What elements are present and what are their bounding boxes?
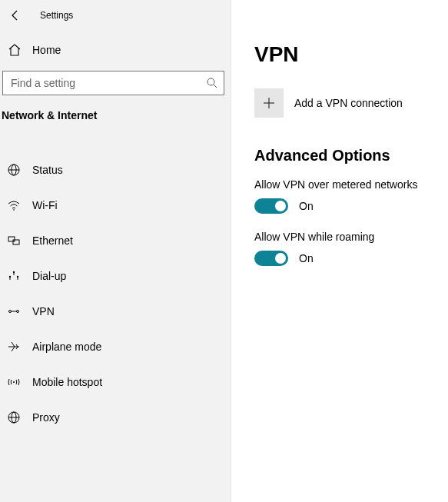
svg-point-9	[9, 276, 11, 278]
window-title: Settings	[40, 10, 73, 21]
proxy-icon	[6, 411, 22, 424]
sidebar-item-dialup[interactable]: Dial-up	[0, 258, 231, 294]
sidebar-item-label: Dial-up	[32, 270, 66, 282]
svg-point-0	[207, 78, 214, 85]
plus-icon	[254, 88, 284, 118]
toggle-state: On	[299, 252, 314, 264]
airplane-icon	[6, 340, 22, 354]
sidebar-item-vpn[interactable]: VPN	[0, 294, 231, 329]
svg-point-8	[13, 271, 15, 273]
advanced-options-heading: Advanced Options	[254, 147, 436, 165]
sidebar-item-airplane[interactable]: Airplane mode	[0, 329, 231, 364]
ethernet-icon	[6, 234, 22, 248]
home-button[interactable]: Home	[0, 29, 231, 71]
svg-point-5	[13, 209, 15, 211]
option-metered: Allow VPN over metered networks On	[254, 178, 436, 214]
sidebar-item-hotspot[interactable]: Mobile hotspot	[0, 364, 231, 400]
vpn-icon	[6, 304, 22, 318]
page-title: VPN	[254, 42, 436, 67]
svg-point-14	[13, 381, 15, 383]
sidebar-item-label: Mobile hotspot	[32, 376, 102, 388]
add-vpn-label: Add a VPN connection	[294, 97, 403, 109]
toggle-roaming[interactable]	[254, 251, 288, 266]
add-vpn-button[interactable]: Add a VPN connection	[254, 88, 436, 118]
dialup-icon	[6, 269, 22, 283]
search-input[interactable]	[2, 71, 224, 95]
svg-line-1	[214, 85, 217, 88]
sidebar-item-label: Ethernet	[32, 234, 73, 247]
sidebar-item-label: Proxy	[32, 411, 60, 424]
main-panel: VPN Add a VPN connection Advanced Option…	[231, 0, 448, 502]
sidebar-item-ethernet[interactable]: Ethernet	[0, 223, 231, 258]
titlebar: Settings	[0, 0, 231, 29]
sidebar-item-status[interactable]: Status	[0, 152, 231, 188]
search-icon	[206, 77, 218, 89]
svg-rect-7	[13, 240, 19, 244]
wifi-icon	[6, 198, 22, 212]
globe-icon	[6, 163, 22, 177]
home-icon	[8, 43, 22, 57]
sidebar-item-label: Status	[32, 164, 63, 176]
sidebar: Settings Home Network & Internet Status …	[0, 0, 231, 502]
svg-point-11	[9, 311, 12, 313]
option-label: Allow VPN over metered networks	[254, 178, 436, 191]
back-icon[interactable]	[9, 9, 22, 22]
svg-rect-6	[8, 237, 15, 241]
home-label: Home	[32, 44, 61, 56]
search-wrap	[2, 71, 224, 95]
option-roaming: Allow VPN while roaming On	[254, 231, 436, 266]
sidebar-item-proxy[interactable]: Proxy	[0, 400, 231, 435]
sidebar-item-wifi[interactable]: Wi-Fi	[0, 188, 231, 223]
option-label: Allow VPN while roaming	[254, 231, 436, 243]
toggle-state: On	[299, 200, 314, 212]
hotspot-icon	[6, 375, 22, 389]
sidebar-item-label: Wi-Fi	[32, 199, 58, 211]
category-heading: Network & Internet	[0, 109, 231, 135]
svg-point-12	[17, 311, 19, 313]
nav-items: Status Wi-Fi Ethernet Dial-up VPN	[0, 152, 231, 435]
toggle-metered[interactable]	[254, 198, 288, 214]
sidebar-item-label: Airplane mode	[32, 341, 101, 353]
sidebar-item-label: VPN	[32, 305, 55, 317]
svg-point-10	[17, 276, 18, 278]
